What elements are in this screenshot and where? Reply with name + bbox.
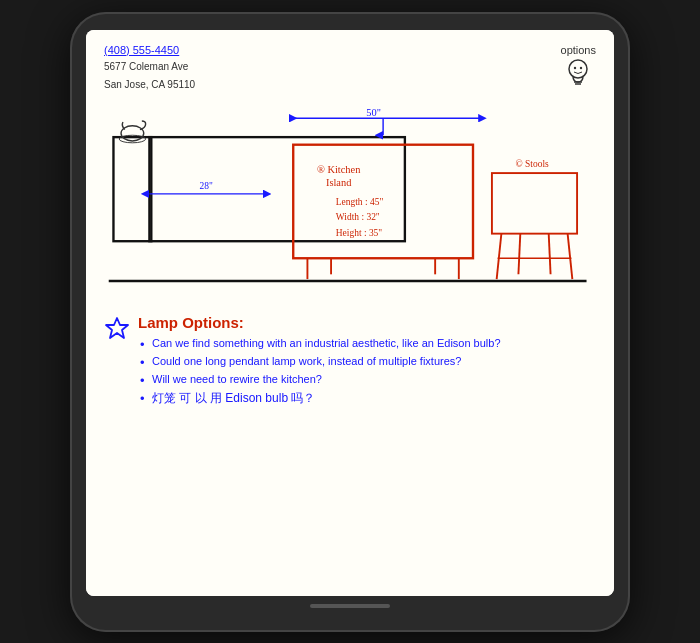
notes-section: Lamp Options: Can we find something with…	[104, 314, 596, 409]
phone-number: (408) 555-4450	[104, 44, 195, 56]
home-indicator	[310, 604, 390, 608]
notes-container: Lamp Options: Can we find something with…	[138, 314, 596, 409]
star-icon	[104, 316, 130, 342]
svg-rect-24	[492, 173, 577, 234]
tablet-device: (408) 555-4450 5677 Coleman Ave San Jose…	[70, 12, 630, 632]
contact-info: (408) 555-4450 5677 Coleman Ave San Jose…	[104, 44, 195, 92]
svg-line-29	[549, 233, 551, 274]
tablet-screen: (408) 555-4450 5677 Coleman Ave San Jose…	[86, 30, 614, 596]
lightbulb-icon	[563, 56, 593, 92]
note-item-1: Can we find something with an industrial…	[138, 335, 596, 352]
svg-text:Island: Island	[326, 177, 352, 188]
svg-rect-5	[113, 137, 151, 241]
notes-list: Can we find something with an industrial…	[138, 335, 596, 408]
svg-line-27	[568, 233, 573, 278]
options-label: options	[561, 44, 596, 56]
svg-point-6	[121, 125, 144, 140]
address: 5677 Coleman Ave San Jose, CA 95110	[104, 61, 195, 90]
diagram-svg: 50" 28" ® Kitchen Island	[104, 96, 596, 306]
svg-text:Height : 35": Height : 35"	[336, 227, 383, 237]
svg-rect-8	[149, 137, 404, 241]
svg-text:50": 50"	[366, 107, 381, 118]
svg-text:28": 28"	[200, 181, 213, 191]
svg-text:Width : 32": Width : 32"	[336, 212, 380, 222]
note-item-4: 灯笼 可 以 用 Edison bulb 吗？	[138, 389, 596, 408]
header-section: (408) 555-4450 5677 Coleman Ave San Jose…	[104, 44, 596, 92]
svg-text:® Kitchen: ® Kitchen	[317, 164, 361, 175]
svg-point-4	[580, 66, 582, 68]
svg-line-26	[497, 233, 502, 278]
page-content: (408) 555-4450 5677 Coleman Ave San Jose…	[86, 30, 614, 596]
note-item-2: Could one long pendant lamp work, instea…	[138, 353, 596, 370]
svg-point-0	[569, 60, 587, 78]
svg-text:© Stools: © Stools	[516, 159, 550, 169]
svg-line-28	[518, 233, 520, 274]
note-item-3: Will we need to rewire the kitchen?	[138, 371, 596, 388]
svg-text:Length : 45": Length : 45"	[336, 197, 384, 207]
svg-marker-32	[106, 318, 128, 338]
options-area: options	[561, 44, 596, 92]
floor-plan-diagram: 50" 28" ® Kitchen Island	[104, 96, 596, 306]
svg-point-3	[574, 66, 576, 68]
notes-title: Lamp Options:	[138, 314, 596, 331]
star-icon-container	[104, 314, 132, 346]
